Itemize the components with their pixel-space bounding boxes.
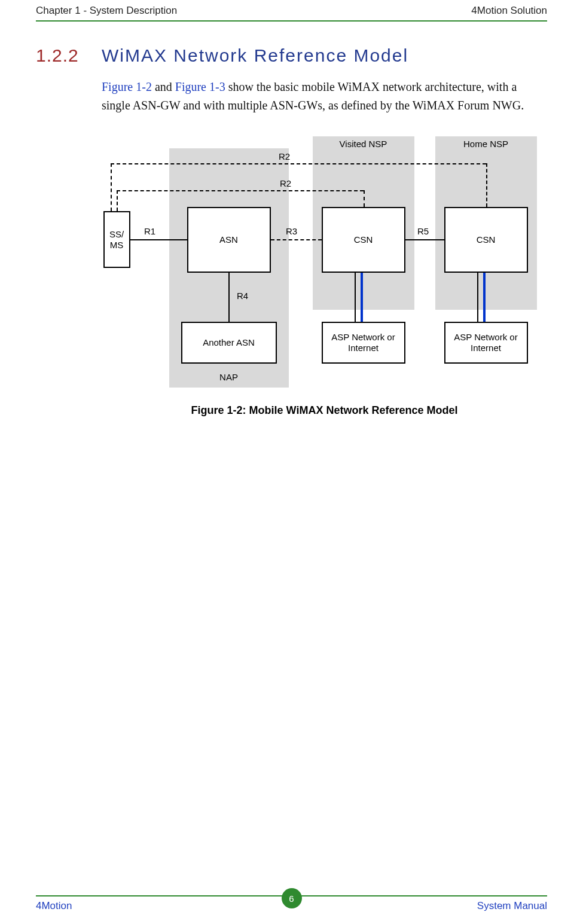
nap-label: NAP (208, 372, 250, 382)
csn1-asp1-blue (361, 273, 363, 322)
r2a-v2 (486, 163, 487, 207)
csn1-box: CSN (322, 207, 405, 273)
r2b-v2 (364, 190, 365, 207)
ssms-box: SS/ MS (103, 211, 130, 268)
csn2-box: CSN (444, 207, 528, 273)
header-rule (36, 20, 547, 22)
header-left: Chapter 1 - System Description (36, 5, 177, 17)
r2a-v (111, 163, 112, 211)
r2b-label: R2 (277, 178, 295, 188)
page-header: Chapter 1 - System Description 4Motion S… (36, 0, 547, 20)
figure-link-1-3[interactable]: Figure 1-3 (175, 80, 225, 93)
home-nsp-label: Home NSP (453, 139, 519, 149)
r4-label: R4 (234, 291, 252, 301)
r5-label: R5 (414, 226, 432, 236)
r1-line (130, 239, 187, 240)
r2b-v (117, 190, 118, 211)
figure-1-2: Visited NSP Home NSP NAP SS/ MS ASN CSN … (102, 130, 547, 417)
figure-link-1-2[interactable]: Figure 1-2 (102, 80, 152, 93)
page-footer: 4Motion 6 System Manual (0, 895, 583, 912)
diagram: Visited NSP Home NSP NAP SS/ MS ASN CSN … (103, 130, 546, 394)
r4-line (228, 273, 230, 322)
body-paragraph: Figure 1-2 and Figure 1-3 show the basic… (102, 78, 547, 115)
r2b-h (117, 190, 364, 191)
section-title: WiMAX Network Reference Model (102, 45, 408, 66)
csn1-asp1-line (355, 273, 356, 322)
r3-label: R3 (283, 226, 301, 236)
page-number-badge: 6 (282, 888, 302, 908)
footer-right: System Manual (477, 900, 547, 912)
visited-nsp-label: Visited NSP (331, 139, 396, 149)
header-right: 4Motion Solution (471, 5, 547, 17)
figure-caption: Figure 1-2: Mobile WiMAX Network Referen… (102, 404, 547, 417)
footer-left: 4Motion (36, 900, 72, 912)
r5-line (405, 239, 444, 240)
asp2-box: ASP Network or Internet (444, 322, 528, 364)
asn-box: ASN (187, 207, 271, 273)
body-mid1: and (152, 80, 175, 93)
r2a-h (111, 163, 486, 164)
csn2-asp2-blue (483, 273, 486, 322)
section-number: 1.2.2 (36, 45, 102, 66)
r1-label: R1 (141, 226, 159, 236)
csn2-asp2-line (477, 273, 478, 322)
r2a-label: R2 (276, 151, 294, 161)
section-heading: 1.2.2 WiMAX Network Reference Model (36, 45, 547, 66)
another-asn-box: Another ASN (181, 322, 277, 364)
asp1-box: ASP Network or Internet (322, 322, 405, 364)
r3-line (271, 239, 322, 240)
